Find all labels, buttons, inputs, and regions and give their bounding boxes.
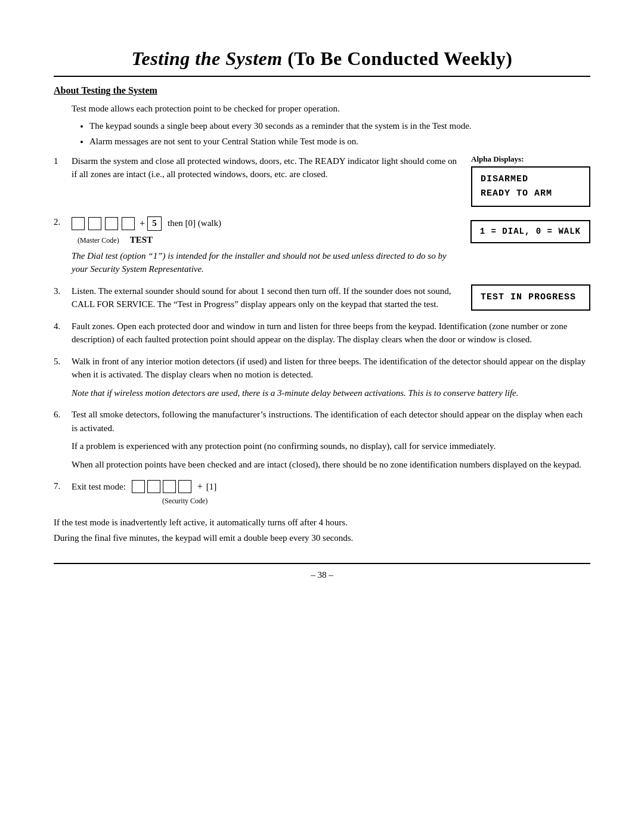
sec-code-box-1 [132, 480, 145, 493]
step-1-display-area: Alpha Displays: DISARMED READY TO ARM [471, 154, 590, 207]
step-4-text: Fault zones. Open each protected door an… [72, 321, 567, 345]
alpha-displays-label: Alpha Displays: [471, 154, 590, 164]
step-7-num: 7. [54, 479, 72, 493]
step-7-bracket: [1] [206, 480, 217, 494]
step-6-text3: When all protection points have been che… [72, 458, 590, 472]
page-title: Testing the System (To Be Conducted Week… [54, 48, 590, 70]
step-4-row: 4. Fault zones. Open each protected door… [54, 320, 590, 346]
code-box-3 [105, 217, 118, 230]
sec-code-box-4 [178, 480, 191, 493]
step-6-content: Test all smoke detectors, following the … [72, 408, 590, 471]
step-3-row: 3. Listen. The external sounder should s… [54, 284, 590, 311]
step-1-content: Disarm the system and close all protecte… [72, 154, 459, 181]
disarmed-display: DISARMED READY TO ARM [471, 166, 590, 207]
dial-walk-line: 1 = DIAL, 0 = WALK [480, 226, 581, 238]
bullet-item-2: Alarm messages are not sent to your Cent… [89, 135, 590, 148]
exit-test-label: Exit test mode: [72, 480, 126, 494]
step-1-num: 1 [54, 154, 72, 168]
step-5-italic-note: Note that if wireless motion detectors a… [72, 386, 590, 400]
footer-text-1: If the test mode is inadvertently left a… [54, 516, 590, 529]
step-2-display-area: 1 = DIAL, 0 = WALK [470, 215, 590, 244]
step-2-num: 2. [54, 215, 72, 229]
step-7-content: Exit test mode: + [1] (Security Code) [72, 479, 590, 507]
test-in-progress-display: TEST IN PROGRESS [471, 284, 590, 311]
title-roman: (To Be Conducted Weekly) [283, 48, 513, 69]
step-5-row: 5. Walk in front of any interior motion … [54, 355, 590, 400]
step-1-row: 1 Disarm the system and close all protec… [54, 154, 590, 207]
step-2-italic-note: The Dial test (option “1”) is intended f… [72, 249, 459, 276]
bullet-item-1: The keypad sounds a single beep about ev… [89, 119, 590, 133]
step-2-number-box: 5 [147, 216, 162, 231]
step-1-text: Disarm the system and close all protecte… [72, 156, 457, 179]
title-divider [54, 76, 590, 77]
step-5-num: 5. [54, 355, 72, 368]
step-3-content: Listen. The external sounder should soun… [72, 284, 459, 311]
step-2-content: + 5 then [0] (walk) (Master Code) TEST T… [72, 215, 459, 276]
step-7-exit-row: Exit test mode: + [1] [72, 479, 590, 494]
dial-walk-display: 1 = DIAL, 0 = WALK [470, 220, 590, 244]
step-6-row: 6. Test all smoke detectors, following t… [54, 408, 590, 471]
step-6-text2: If a problem is experienced with any pro… [72, 439, 590, 453]
step-4-num: 4. [54, 320, 72, 333]
step-6-text1: Test all smoke detectors, following the … [72, 408, 590, 435]
step-6-num: 6. [54, 408, 72, 422]
bullet-list: The keypad sounds a single beep about ev… [89, 119, 590, 148]
code-box-2 [88, 217, 101, 230]
security-code-boxes [132, 480, 191, 493]
sec-code-box-3 [163, 480, 176, 493]
step-2-row: 2. + 5 then [0] (walk) (Master Code) TES… [54, 215, 590, 276]
page-number: – 38 – [54, 570, 590, 580]
step-2-then: then [0] (walk) [168, 215, 221, 231]
step-7-plus: + [197, 479, 203, 494]
step-2-plus: + [140, 215, 145, 233]
intro-text: Test mode allows each protection point t… [72, 102, 590, 116]
title-italic: Testing the System [131, 48, 282, 69]
step-5-text: Walk in front of any interior motion det… [72, 357, 586, 380]
master-code-label: (Master Code) [78, 235, 119, 246]
footer-text-2: During the final five minutes, the keypa… [54, 531, 590, 545]
display-line-2: READY TO ARM [481, 187, 581, 201]
step-7-row: 7. Exit test mode: + [1] (Security Code) [54, 479, 590, 507]
master-code-boxes [72, 217, 136, 230]
step-4-content: Fault zones. Open each protected door an… [72, 320, 590, 346]
test-label: TEST [130, 233, 153, 247]
code-box-1 [72, 217, 85, 230]
step-2-label-row: (Master Code) TEST [72, 233, 459, 247]
display-line-1: DISARMED [481, 172, 581, 187]
bottom-divider [54, 563, 590, 564]
sec-code-box-2 [147, 480, 160, 493]
step-3-display-area: TEST IN PROGRESS [471, 284, 590, 311]
step-3-text: Listen. The external sounder should soun… [72, 286, 451, 309]
step-3-num: 3. [54, 284, 72, 298]
step-2-code-row: + 5 then [0] (walk) [72, 215, 459, 233]
security-code-label: (Security Code) [162, 497, 208, 505]
step-5-content: Walk in front of any interior motion det… [72, 355, 590, 400]
code-box-4 [122, 217, 135, 230]
security-code-label-row: (Security Code) [162, 494, 590, 507]
test-in-progress-line: TEST IN PROGRESS [481, 290, 581, 305]
section-heading: About Testing the System [54, 85, 590, 96]
